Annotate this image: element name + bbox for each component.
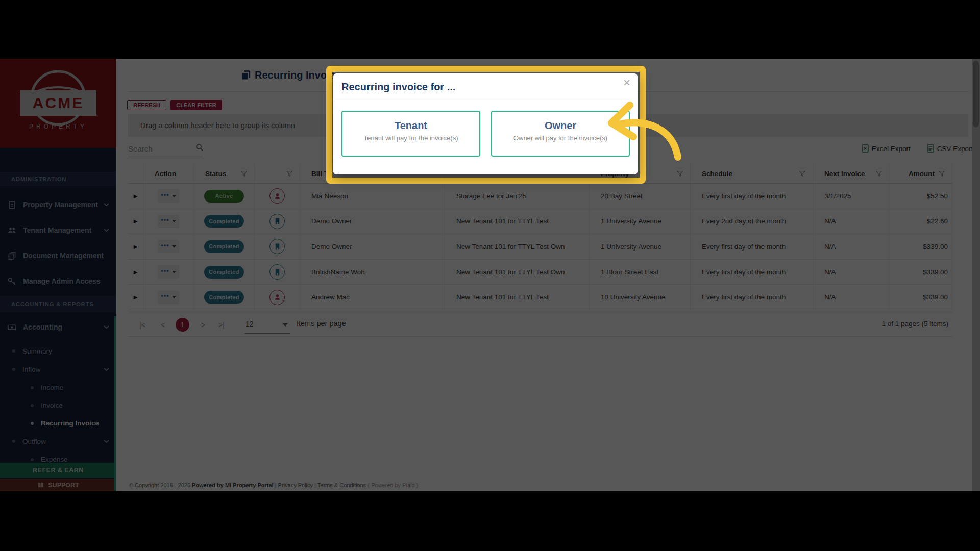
owner-option-title: Owner [492,120,629,132]
screenshot-canvas: ACME PROPERTY ADMINISTRATIONProperty Man… [0,0,980,551]
close-icon[interactable]: × [623,77,630,89]
owner-option-description: Owner will pay for the invoice(s) [492,134,629,142]
tenant-option-button[interactable]: Tenant Tenant will pay for the invoice(s… [341,111,480,157]
modal-title: Recurring invoice for ... [341,81,455,93]
modal-header: Recurring invoice for ... × [333,73,638,101]
modal-options: Tenant Tenant will pay for the invoice(s… [341,111,630,157]
tenant-option-title: Tenant [342,120,479,132]
recurring-invoice-for-modal: Recurring invoice for ... × Tenant Tenan… [333,73,638,174]
tenant-option-description: Tenant will pay for the invoice(s) [342,134,479,142]
owner-option-button[interactable]: Owner Owner will pay for the invoice(s) [491,111,630,157]
